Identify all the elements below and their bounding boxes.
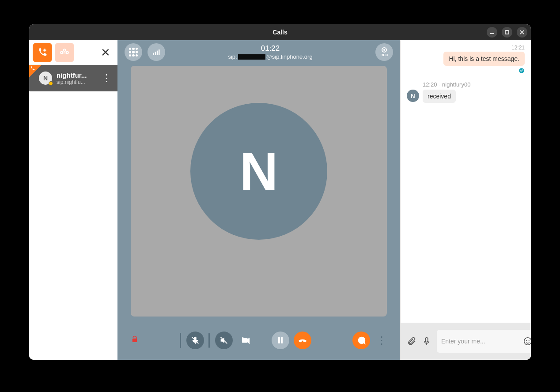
call-item-avatar-initial: N — [43, 75, 48, 82]
message-input[interactable] — [441, 338, 518, 345]
incoming-header: 12:20 - nightfury00 — [423, 81, 525, 88]
record-button[interactable]: REC — [375, 43, 393, 61]
message-field[interactable] — [437, 330, 531, 353]
call-sip-suffix: @sip.linphone.org — [266, 53, 313, 60]
encryption-unlocked-icon[interactable] — [131, 335, 139, 346]
call-sip-prefix: sip: — [228, 53, 237, 60]
call-controls: ⋮ — [117, 321, 400, 360]
remote-avatar: N — [190, 103, 327, 240]
emoji-icon — [523, 336, 531, 346]
outgoing-time: 12:21 — [407, 45, 525, 51]
maximize-button[interactable] — [502, 27, 512, 38]
dialpad-icon — [129, 48, 138, 57]
chat-messages: 12:21 Hi, this is a test message. 12:20 … — [401, 40, 531, 323]
svg-rect-7 — [159, 49, 160, 55]
video-frame: N — [131, 66, 387, 317]
svg-rect-6 — [157, 51, 158, 55]
call-header: 01:22 sip: @sip.linphone.org — [170, 44, 370, 60]
voice-message-button[interactable] — [422, 335, 431, 347]
signal-quality-button[interactable] — [148, 43, 165, 61]
svg-rect-11 — [278, 338, 280, 343]
new-conference-button[interactable] — [55, 43, 74, 62]
outgoing-message: Hi, this is a test message. — [443, 52, 525, 66]
delivered-icon — [518, 68, 525, 75]
new-call-button[interactable] — [33, 43, 52, 62]
svg-point-15 — [524, 338, 531, 345]
window-titlebar: Calls — [29, 24, 531, 40]
svg-rect-0 — [505, 30, 509, 34]
minimize-button[interactable] — [487, 27, 497, 38]
call-panel: 01:22 sip: @sip.linphone.org REC N — [117, 40, 400, 360]
pause-icon — [276, 335, 285, 345]
signal-icon — [152, 48, 161, 57]
more-options-button[interactable]: ⋮ — [376, 334, 387, 347]
speaker-off-icon — [219, 335, 229, 345]
separator — [208, 333, 210, 348]
mute-mic-button[interactable] — [186, 332, 204, 349]
svg-rect-14 — [425, 338, 428, 342]
incoming-avatar-initial: N — [411, 93, 415, 99]
call-item-text: nightfur... sip:nightfu... — [57, 72, 99, 85]
hangup-button[interactable] — [294, 332, 311, 349]
call-timer: 01:22 — [170, 44, 370, 53]
call-item-name: nightfur... — [57, 72, 99, 79]
window-title: Calls — [272, 29, 287, 36]
svg-rect-8 — [132, 338, 137, 342]
mic-off-icon — [190, 335, 200, 345]
svg-point-1 — [64, 49, 66, 51]
separator — [180, 333, 181, 348]
svg-point-3 — [66, 51, 68, 53]
call-item-sip: sip:nightfu... — [57, 79, 99, 85]
active-call-item[interactable]: N nightfur... sip:nightfu... ⋮ — [29, 65, 117, 91]
right-controls: ⋮ — [352, 332, 387, 349]
calls-sidebar: ✕ N nightfur... sip:nightfu... ⋮ — [29, 40, 117, 360]
emoji-button[interactable] — [522, 335, 531, 347]
window-buttons — [487, 27, 527, 38]
open-chat-button[interactable] — [352, 332, 370, 349]
call-panel-top: 01:22 sip: @sip.linphone.org REC — [117, 40, 400, 64]
incoming-row: N received — [407, 90, 525, 103]
svg-point-2 — [61, 51, 63, 53]
record-icon — [382, 47, 387, 53]
attach-button[interactable] — [407, 335, 416, 347]
call-sip-address: sip: @sip.linphone.org — [170, 53, 370, 60]
svg-point-17 — [529, 340, 530, 341]
svg-rect-5 — [155, 52, 156, 55]
mic-icon — [422, 336, 431, 346]
paperclip-icon — [407, 336, 416, 346]
camera-off-icon — [241, 335, 251, 345]
mute-speaker-button[interactable] — [215, 332, 233, 349]
call-item-menu-button[interactable]: ⋮ — [99, 72, 114, 84]
chat-input-bar — [401, 323, 531, 360]
incoming-avatar: N — [407, 90, 419, 102]
remote-avatar-initial: N — [240, 141, 278, 202]
incoming-message: received — [423, 90, 456, 103]
pause-call-button[interactable] — [272, 332, 289, 349]
chat-icon — [356, 335, 366, 345]
center-controls — [180, 332, 311, 349]
call-item-avatar: N — [39, 72, 52, 85]
app-window: Calls — [29, 24, 531, 360]
camera-off-button[interactable] — [237, 332, 255, 349]
record-label: REC — [381, 53, 388, 57]
svg-point-16 — [526, 340, 527, 341]
chat-panel: 12:21 Hi, this is a test message. 12:20 … — [400, 40, 531, 360]
hangup-icon — [298, 335, 307, 345]
sidebar-toolbar: ✕ — [29, 40, 117, 65]
close-panel-button[interactable]: ✕ — [97, 47, 114, 58]
close-window-button[interactable] — [517, 27, 527, 38]
dialpad-button[interactable] — [125, 43, 142, 61]
svg-rect-4 — [153, 53, 155, 55]
svg-rect-12 — [281, 338, 282, 343]
redacted-username — [238, 54, 265, 60]
